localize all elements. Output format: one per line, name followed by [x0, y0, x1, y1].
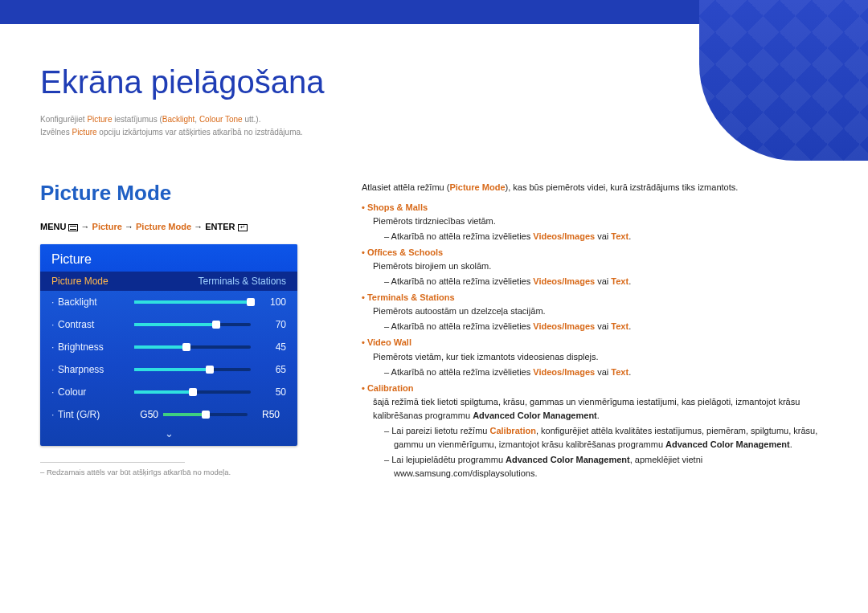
subtitle-line-1: Konfigurējiet Picture iestatījumus (Back… — [40, 113, 828, 126]
osd-mode-value: Terminals & Stations — [199, 276, 286, 287]
osd-slider[interactable] — [134, 300, 251, 304]
mode-name: Video Wall — [362, 336, 828, 349]
osd-item-label: Contrast — [58, 319, 134, 330]
mode-subline: Atkarībā no attēla režīma izvēlieties Vi… — [384, 320, 828, 333]
osd-item-value: 100 — [260, 296, 286, 308]
mode-subline: Lai lejupielādētu programmu Advanced Col… — [384, 453, 828, 480]
menu-breadcrumb: MENU → Picture → Picture Mode → ENTER — [40, 222, 330, 231]
mode-desc: šajā režīmā tiek lietoti spilgtuma, krās… — [373, 395, 828, 423]
chevron-down-icon[interactable]: ⌄ — [40, 426, 297, 446]
osd-item-tint[interactable]: · Tint (G/R) G50 R50 — [40, 403, 297, 426]
osd-item-value: 45 — [260, 341, 286, 353]
osd-slider[interactable] — [134, 345, 251, 349]
mode-desc: Piemērots tirdzniecības vietām. — [373, 215, 828, 228]
osd-item[interactable]: ·Colour50 — [40, 381, 297, 403]
mode-desc: Piemērots birojiem un skolām. — [373, 260, 828, 273]
enter-icon — [238, 224, 248, 231]
osd-slider[interactable] — [134, 390, 251, 394]
osd-item-label: Colour — [58, 386, 134, 398]
mode-item: Shops & MallsPiemērots tirdzniecības vie… — [362, 201, 828, 243]
mode-item: Calibrationšajā režīmā tiek lietoti spil… — [362, 382, 828, 480]
mode-name: Offices & Schools — [362, 246, 828, 260]
tint-slider[interactable] — [163, 413, 248, 416]
footnote-rule — [40, 462, 185, 463]
osd-item-label: Brightness — [58, 341, 134, 353]
tint-r-value: R50 — [262, 409, 286, 420]
mode-item: Video WallPiemērots vietām, kur tiek izm… — [362, 336, 828, 378]
osd-item-value: 70 — [260, 319, 286, 330]
tint-g-value: G50 — [134, 409, 158, 420]
mode-desc: Piemērots vietām, kur tiek izmantots vid… — [373, 350, 828, 364]
osd-item-label: Tint (G/R) — [58, 409, 134, 420]
osd-panel-title: Picture — [40, 244, 297, 272]
osd-mode-label: Picture Mode — [51, 276, 108, 287]
footnote: Redzamais attēls var būt atšķirīgs atkar… — [40, 468, 330, 476]
osd-item[interactable]: ·Backlight100 — [40, 291, 297, 313]
subtitle-line-2: Izvēlnes Picture opciju izkārtojums var … — [40, 126, 828, 139]
osd-slider[interactable] — [134, 368, 251, 371]
mode-subline: Atkarībā no attēla režīma izvēlieties Vi… — [384, 230, 828, 243]
menu-icon — [68, 224, 78, 231]
osd-panel: Picture Picture Mode Terminals & Station… — [40, 244, 297, 446]
osd-item[interactable]: ·Contrast70 — [40, 313, 297, 336]
osd-slider[interactable] — [134, 323, 251, 326]
mode-item: Terminals & StationsPiemērots autoostām … — [362, 291, 828, 333]
mode-subline: Lai pareizi lietotu režīmu Calibration, … — [384, 424, 828, 452]
osd-item[interactable]: ·Sharpness65 — [40, 358, 297, 381]
osd-mode-row[interactable]: Picture Mode Terminals & Stations — [40, 272, 297, 291]
osd-item[interactable]: ·Brightness45 — [40, 336, 297, 358]
mode-item: Offices & SchoolsPiemērots birojiem un s… — [362, 246, 828, 288]
section-heading: Picture Mode — [40, 181, 330, 206]
page-title: Ekrāna pielāgošana — [40, 64, 828, 100]
osd-item-label: Backlight — [58, 296, 134, 308]
mode-subline: Atkarībā no attēla režīma izvēlieties Vi… — [384, 366, 828, 379]
mode-list: Shops & MallsPiemērots tirdzniecības vie… — [362, 201, 828, 480]
mode-name: Shops & Malls — [362, 201, 828, 215]
mode-name: Calibration — [362, 382, 828, 395]
osd-item-value: 65 — [260, 364, 286, 375]
mode-name: Terminals & Stations — [362, 291, 828, 304]
osd-item-label: Sharpness — [58, 364, 134, 375]
osd-item-value: 50 — [260, 386, 286, 398]
mode-desc: Piemērots autoostām un dzelzceļa stacijā… — [373, 304, 828, 318]
mode-subline: Atkarībā no attēla režīma izvēlieties Vi… — [384, 275, 828, 288]
intro-text: Atlasiet attēla režīmu (Picture Mode), k… — [362, 181, 828, 194]
